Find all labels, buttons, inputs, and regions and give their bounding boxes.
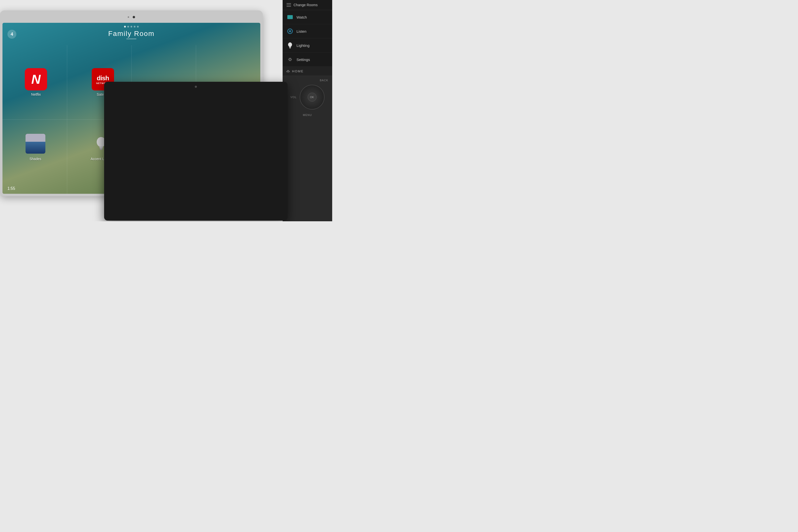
shades-label: Shades	[30, 157, 41, 161]
family-room-time: 1:55	[7, 186, 15, 191]
ok-button[interactable]: OK	[308, 93, 317, 101]
svg-rect-40	[289, 46, 291, 47]
svg-rect-41	[289, 47, 291, 48]
right-panel: Change Rooms Watch Listen Lighting	[283, 0, 332, 221]
lighting-menu-item[interactable]: Lighting	[283, 38, 332, 53]
vol-label: VOL	[290, 96, 296, 99]
shades-app[interactable]: Shades	[2, 110, 68, 184]
hamburger-icon	[286, 3, 291, 7]
netflix-app[interactable]: N Netflix	[2, 45, 69, 119]
camera-lens	[133, 16, 135, 18]
watch-icon-sq	[287, 15, 293, 19]
home-signal-icon	[286, 69, 290, 73]
watch-menu-item[interactable]: Watch	[283, 10, 332, 24]
menu-label: MENU	[303, 113, 312, 116]
lighting-menu-label: Lighting	[296, 43, 310, 48]
listen-icon-circle	[287, 28, 293, 34]
c4-logo-back: 4	[7, 30, 16, 39]
ok-label: OK	[310, 96, 314, 99]
menu-row: MENU	[283, 112, 332, 118]
svg-rect-2	[100, 148, 103, 149]
settings-icon	[286, 56, 294, 63]
back-row: BACK	[283, 76, 332, 83]
svg-point-43	[289, 58, 291, 60]
remote-home-bar: HOME	[283, 66, 332, 76]
back-label: BACK	[320, 79, 328, 82]
lighting-menu-icon	[286, 42, 294, 49]
kitchen-tablet: 4 Kitchen P Pandora	[104, 82, 287, 221]
svg-rect-1	[99, 147, 103, 148]
svg-rect-36	[286, 3, 291, 4]
listen-label: Listen	[296, 29, 307, 34]
listen-menu-item[interactable]: Listen	[283, 24, 332, 38]
shades-bottom	[25, 142, 45, 154]
settings-menu-item[interactable]: Settings	[283, 53, 332, 66]
bulb-menu-icon	[287, 42, 293, 49]
page-dot-1	[124, 26, 126, 27]
change-rooms-label: Change Rooms	[294, 3, 318, 7]
title-underline	[126, 39, 136, 39]
page-dot-5	[137, 26, 139, 27]
shades-top	[25, 134, 45, 142]
vol-dpad-row: VOL OK	[283, 83, 332, 112]
dpad-circle[interactable]: OK	[300, 85, 324, 110]
remote-home-label: HOME	[292, 69, 304, 73]
family-room-header: 4 Family Room	[2, 30, 260, 39]
camera-dot-1	[128, 16, 129, 18]
netflix-icon: N	[25, 68, 47, 91]
page-dot-2	[127, 26, 129, 27]
family-room-title: Family Room	[2, 30, 260, 38]
watch-label: Watch	[296, 15, 307, 19]
shades-icon	[24, 133, 47, 155]
svg-point-44	[287, 72, 289, 73]
settings-label: Settings	[296, 57, 310, 62]
gear-icon	[287, 57, 293, 62]
page-dot-4	[134, 26, 136, 27]
netflix-label: Netflix	[31, 92, 41, 96]
watch-icon	[286, 14, 294, 21]
svg-point-39	[288, 42, 292, 47]
svg-rect-42	[290, 48, 291, 49]
svg-rect-37	[286, 5, 291, 5]
svg-rect-38	[286, 6, 291, 7]
page-dot-3	[131, 26, 132, 27]
listen-icon	[286, 28, 294, 35]
svg-rect-3	[100, 149, 103, 150]
page-indicators	[124, 26, 139, 27]
change-rooms-item[interactable]: Change Rooms	[283, 0, 332, 10]
remote-section: HOME BACK VOL OK MENU	[283, 66, 332, 221]
front-camera	[195, 86, 197, 88]
shades-icon-img	[25, 134, 45, 154]
